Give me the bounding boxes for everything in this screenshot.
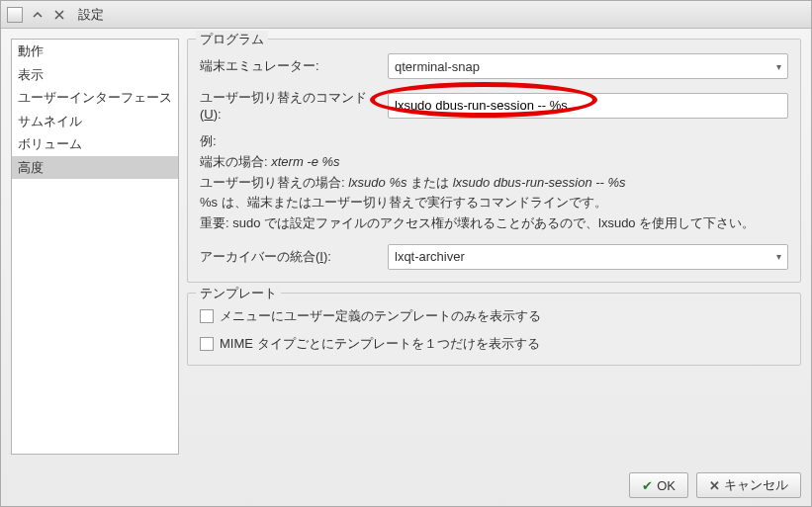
group-programs-legend: プログラム — [196, 31, 268, 48]
close-icon: ✕ — [709, 478, 720, 493]
checkbox-icon — [200, 309, 214, 323]
ok-button[interactable]: ✔ OK — [629, 472, 688, 498]
checkbox-label: メニューにユーザー定義のテンプレートのみを表示する — [220, 307, 541, 325]
group-templates: テンプレート メニューにユーザー定義のテンプレートのみを表示する MIME タイ… — [187, 293, 801, 366]
row-switch-command: ユーザー切り替えのコマンド(U): — [200, 89, 788, 122]
cancel-button[interactable]: ✕ キャンセル — [696, 472, 801, 498]
row-archiver: アーカイバーの統合(I): lxqt-archiver ▾ — [200, 244, 788, 270]
window-title: 設定 — [78, 6, 104, 24]
chevron-down-icon: ▾ — [776, 251, 781, 262]
chevron-down-icon: ▾ — [776, 61, 781, 72]
group-templates-legend: テンプレート — [196, 285, 281, 302]
sidebar-item-behavior[interactable]: 動作 — [12, 40, 178, 63]
shade-button[interactable] — [31, 8, 45, 22]
help-text: 例: 端末の場合: xterm -e %s ユーザー切り替えの場合: lxsud… — [200, 131, 788, 234]
window-icon — [7, 7, 23, 23]
content-panel: プログラム 端末エミュレーター: qterminal-snap ▾ ユーザー切り… — [187, 39, 801, 455]
row-terminal: 端末エミュレーター: qterminal-snap ▾ — [200, 53, 788, 79]
archiver-combo[interactable]: lxqt-archiver ▾ — [388, 244, 788, 270]
group-programs: プログラム 端末エミュレーター: qterminal-snap ▾ ユーザー切り… — [187, 39, 801, 283]
close-icon[interactable] — [52, 8, 66, 22]
sidebar-item-thumbnail[interactable]: サムネイル — [12, 110, 178, 133]
checkbox-icon — [200, 337, 214, 351]
switch-command-label: ユーザー切り替えのコマンド(U): — [200, 89, 388, 122]
terminal-combo-value: qterminal-snap — [395, 59, 480, 74]
checkbox-user-templates-only[interactable]: メニューにユーザー定義のテンプレートのみを表示する — [200, 307, 788, 325]
archiver-combo-value: lxqt-archiver — [395, 249, 465, 264]
checkbox-label: MIME タイプごとにテンプレートを１つだけを表示する — [220, 335, 540, 353]
main-area: 動作 表示 ユーザーインターフェース サムネイル ボリューム 高度 プログラム … — [1, 29, 811, 465]
sidebar-item-display[interactable]: 表示 — [12, 63, 178, 87]
button-bar: ✔ OK ✕ キャンセル — [1, 465, 811, 506]
settings-window: 設定 動作 表示 ユーザーインターフェース サムネイル ボリューム 高度 プログ… — [0, 0, 812, 507]
sidebar-item-advanced[interactable]: 高度 — [12, 156, 178, 180]
terminal-label: 端末エミュレーター: — [200, 57, 388, 75]
terminal-combo[interactable]: qterminal-snap ▾ — [388, 53, 788, 79]
archiver-label: アーカイバーの統合(I): — [200, 248, 388, 266]
check-icon: ✔ — [642, 478, 653, 493]
switch-command-input[interactable] — [388, 93, 788, 119]
titlebar: 設定 — [1, 1, 811, 29]
sidebar-item-ui[interactable]: ユーザーインターフェース — [12, 86, 178, 110]
category-sidebar: 動作 表示 ユーザーインターフェース サムネイル ボリューム 高度 — [11, 39, 179, 455]
checkbox-one-per-mime[interactable]: MIME タイプごとにテンプレートを１つだけを表示する — [200, 335, 788, 353]
sidebar-item-volume[interactable]: ボリューム — [12, 132, 178, 156]
